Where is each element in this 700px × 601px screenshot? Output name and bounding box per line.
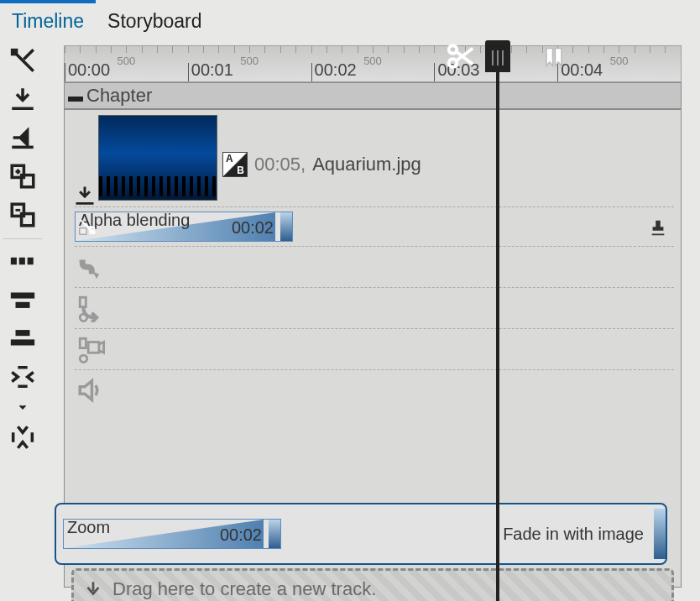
- ruler-tick-2: 00:02: [315, 60, 357, 80]
- transition-ab-icon[interactable]: [222, 152, 248, 177]
- ruler-minor-0: 500: [118, 55, 136, 67]
- motion-track[interactable]: [75, 247, 674, 288]
- svg-rect-7: [28, 258, 34, 265]
- toolbar-divider: [3, 238, 42, 239]
- dropzone-hint: Drag here to create a new track.: [112, 578, 376, 600]
- tool-fit-icon[interactable]: [3, 360, 42, 394]
- time-ruler[interactable]: 00:00500 00:01500 00:02500 00:03500 00:0…: [64, 45, 682, 82]
- chapter-collapse-icon[interactable]: [65, 85, 86, 107]
- tool-align-bottom-icon[interactable]: [3, 321, 42, 355]
- ruler-tick-0: 00:00: [68, 60, 110, 80]
- fade-in-label: Fade in with image: [503, 525, 644, 544]
- zoom-clip[interactable]: Zoom 00:02: [63, 519, 281, 549]
- zoom-time: 00:02: [220, 525, 262, 545]
- chapter-label: Chapter: [86, 85, 152, 107]
- timeline-main: 00:00500 00:01500 00:02500 00:03500 00:0…: [45, 39, 700, 601]
- down-arrow-icon: [82, 578, 104, 600]
- svg-rect-17: [80, 297, 86, 306]
- alpha-track[interactable]: Alpha blending 00:02 B: [75, 207, 674, 247]
- clip-end-handle[interactable]: [654, 509, 666, 559]
- video-track[interactable]: 00:05, Aquarium.jpg: [75, 110, 674, 207]
- svg-rect-20: [88, 342, 99, 353]
- ruler-minor-1: 500: [240, 55, 259, 67]
- svg-rect-5: [11, 258, 17, 265]
- keyframe-arrow-icon: [75, 292, 107, 324]
- ruler-minor-2: 500: [363, 55, 382, 67]
- svg-rect-6: [19, 258, 25, 265]
- camera-icon: [75, 333, 107, 365]
- ruler-minor-4: 500: [610, 55, 629, 67]
- clip-thumbnail[interactable]: [98, 115, 217, 201]
- svg-rect-14: [68, 97, 83, 102]
- tab-timeline[interactable]: Timeline: [0, 0, 96, 39]
- stamp-icon[interactable]: [649, 219, 667, 241]
- svg-rect-0: [11, 49, 18, 56]
- svg-rect-9: [16, 302, 30, 308]
- speaker-icon: [75, 374, 107, 406]
- svg-text:B: B: [89, 225, 97, 236]
- svg-rect-11: [11, 339, 34, 345]
- alpha-time: 00:02: [232, 218, 274, 238]
- tool-play-marker-icon[interactable]: [3, 121, 42, 154]
- clip-duration: 00:05,: [254, 154, 306, 175]
- chapter-header[interactable]: Chapter: [64, 82, 682, 109]
- keyframe-track[interactable]: [75, 288, 674, 329]
- tracks-panel: 00:05, Aquarium.jpg Alpha blending 00:02…: [64, 109, 682, 588]
- svg-rect-10: [16, 330, 30, 336]
- audio-track[interactable]: [75, 370, 674, 410]
- alpha-blending-clip[interactable]: Alpha blending 00:02 B: [75, 212, 293, 242]
- playhead[interactable]: [485, 40, 510, 72]
- zoom-effect-clip[interactable]: fx Zoom 00:02 Fade in with image: [55, 503, 667, 565]
- tool-split-icon[interactable]: [3, 44, 42, 77]
- new-track-dropzone[interactable]: Drag here to create a new track.: [71, 568, 674, 601]
- svg-point-18: [80, 314, 87, 321]
- ruler-tick-1: 00:01: [191, 60, 233, 80]
- svg-rect-19: [80, 338, 86, 348]
- vertical-toolbar: [0, 39, 45, 601]
- camera-track[interactable]: [75, 329, 674, 370]
- tool-segments-icon[interactable]: [3, 244, 42, 278]
- tool-remove-track-icon[interactable]: [3, 198, 42, 232]
- motion-path-icon: [75, 251, 107, 283]
- svg-rect-15: [80, 228, 86, 234]
- alpha-icon-b: B: [77, 217, 97, 239]
- svg-rect-8: [11, 293, 34, 299]
- tool-align-top-icon[interactable]: [3, 283, 42, 316]
- tool-insert-down-icon[interactable]: [3, 82, 42, 116]
- tool-fit-h-icon[interactable]: [3, 421, 42, 454]
- tool-expand-small-icon[interactable]: [3, 399, 42, 415]
- clip-filename: Aquarium.jpg: [312, 154, 421, 175]
- scissors-icon[interactable]: [445, 40, 477, 76]
- tab-storyboard[interactable]: Storyboard: [96, 0, 214, 39]
- marker-icon[interactable]: [539, 44, 569, 79]
- svg-point-21: [80, 355, 87, 363]
- zoom-label: Zoom: [67, 518, 110, 537]
- tool-add-track-icon[interactable]: [3, 159, 42, 193]
